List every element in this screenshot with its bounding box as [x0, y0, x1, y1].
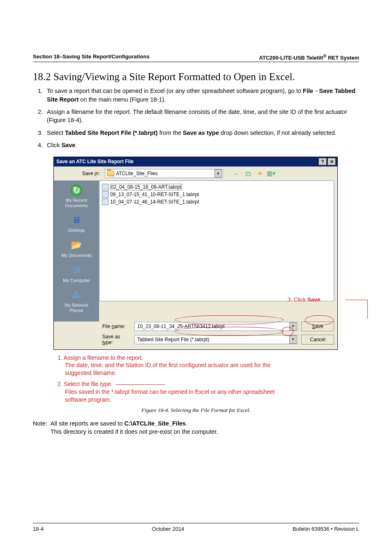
places-bar: ↻ My Recent Documents 🖥 Desktop 📂 My Doc…: [54, 180, 99, 321]
place-mynetwork[interactable]: 🖧 My Network Places: [65, 289, 88, 313]
place-desktop-label: Desktop: [68, 228, 85, 233]
header-right-system: RET System: [327, 55, 359, 61]
step-1-file: File: [303, 88, 313, 94]
save-btn-post: ave: [315, 324, 323, 329]
chevron-down-icon[interactable]: ▼: [289, 322, 297, 331]
anno-2-body: Files saved in the *.tabrpt format can b…: [65, 388, 295, 404]
chevron-down-icon[interactable]: ▼: [214, 169, 222, 178]
filename-label-post: ame:: [114, 324, 125, 329]
place-recent-label: My Recent Documents: [65, 198, 88, 208]
mycomputer-icon: 🖳: [69, 264, 83, 276]
filename-label: File name:: [102, 324, 131, 329]
view-menu-icon[interactable]: ▦▾: [267, 170, 275, 177]
step-4: Click Save.: [44, 141, 359, 149]
savetype-label-pre: Save as: [102, 334, 120, 340]
step-3-b: Tabbed Site Report File (*.tabrpt): [65, 130, 157, 136]
figure-caption: Figure 18-4. Selecting the File Format f…: [33, 407, 359, 414]
step-1-text-a: To save a report that can be opened in E…: [47, 88, 303, 94]
file-icon: [102, 191, 108, 198]
filename-value: 10_23_08-11_34_25-ART563412.tabrpt: [137, 324, 225, 329]
place-recent[interactable]: ↻ My Recent Documents: [65, 185, 88, 208]
annotation-block: 1. Assign a filename to the report. The …: [58, 354, 359, 404]
step-3-a: Select: [47, 130, 65, 136]
note-path: C:\ATCLite_Site_Files: [124, 420, 186, 427]
new-folder-icon[interactable]: ✳: [256, 170, 263, 177]
step-3: Select Tabbed Site Report File (*.tabrpt…: [44, 129, 359, 137]
folder-icon: [107, 171, 114, 176]
filename-label-pre: File: [102, 324, 112, 329]
place-mydocs[interactable]: 📂 My Documents: [61, 239, 91, 258]
arrow-icon: →: [313, 88, 319, 94]
save-dialog: Save an ATC Lite Site Report File ? ✕ Sa…: [53, 157, 338, 349]
savetype-label-post: ype:: [104, 340, 113, 345]
savetype-value: Tabbed Site Report File (*.tabrpt): [137, 337, 209, 342]
step-3-c: from the: [158, 130, 183, 136]
anno-save-leader: [345, 300, 368, 319]
registered-icon: ®: [323, 53, 327, 58]
dialog-container: Save an ATC Lite Site Report File ? ✕ Sa…: [53, 157, 337, 349]
footer-right: Bulletin 639536 • Revision L: [293, 526, 359, 532]
header-right-product: ATC200-LITE-USB Teletilt: [259, 55, 323, 61]
note-line1-c: .: [186, 420, 187, 427]
save-in-dropdown[interactable]: ATCLite_Site_Files ▼: [105, 169, 223, 178]
file-name: 09_13_07-15_41_10-RET-SITE_1.tabrpt: [110, 192, 199, 197]
note-line1-a: All site reports are saved to: [51, 420, 125, 427]
save-in-label: Save in:: [57, 171, 102, 176]
step-3-d: Save as type: [183, 130, 219, 136]
save-in-value: ATCLite_Site_Files: [116, 171, 158, 176]
page-footer: 18-4 October 2014 Bulletin 639536 • Revi…: [33, 523, 359, 532]
cancel-button[interactable]: Cancel: [301, 335, 334, 345]
step-1-text-d: on the main menu (Figure 18-1).: [78, 96, 166, 103]
place-mycomputer-label: My Computer: [63, 278, 90, 283]
back-icon[interactable]: ←: [233, 170, 240, 177]
anno-1-head: 1. Assign a filename to the report.: [58, 354, 143, 361]
note-line2: This directory is created if it does not…: [51, 428, 218, 435]
anno-2-leader: [116, 384, 165, 385]
list-item[interactable]: 10_04_07-12_46_14-RET-SITE_1.tabrpt: [102, 198, 331, 206]
list-item[interactable]: 09_13_07-15_41_10-RET-SITE_1.tabrpt: [102, 191, 331, 198]
list-item[interactable]: 02_04_08-15_16_09-ART.tabrpt: [102, 183, 331, 191]
anno-2-head: 2. Select the file type.: [58, 381, 113, 387]
file-list[interactable]: 02_04_08-15_16_09-ART.tabrpt 09_13_07-15…: [99, 180, 334, 301]
place-mynetwork-label: My Network Places: [65, 303, 88, 313]
mynetwork-icon: 🖧: [69, 289, 83, 301]
desktop-icon: 🖥: [69, 214, 83, 226]
place-mydocs-label: My Documents: [61, 253, 91, 258]
place-desktop[interactable]: 🖥 Desktop: [68, 214, 85, 233]
file-name: 02_04_08-15_16_09-ART.tabrpt: [110, 184, 182, 190]
header-rule: [33, 62, 359, 62]
step-3-e: drop down selection, if not already sele…: [219, 130, 337, 136]
footer-left: 18-4: [33, 526, 44, 532]
mydocs-icon: 📂: [69, 239, 83, 251]
footer-center: October 2014: [152, 526, 184, 532]
savetype-dropdown[interactable]: Tabbed Site Report File (*.tabrpt) ▼: [134, 335, 298, 344]
help-button[interactable]: ?: [318, 158, 327, 165]
place-mycomputer[interactable]: 🖳 My Computer: [63, 264, 90, 283]
file-name: 10_04_07-12_46_14-RET-SITE_1.tabrpt: [110, 199, 199, 205]
step-1: To save a report that can be opened in E…: [44, 87, 359, 104]
anno-1-body: The date, time, and the Station ID of th…: [65, 361, 295, 377]
file-icon: [102, 199, 108, 205]
step-4-c: .: [75, 142, 77, 148]
up-folder-icon[interactable]: ⮹: [244, 170, 252, 177]
note-block: Note: All site reports are saved to C:\A…: [33, 419, 359, 436]
file-icon: [102, 184, 108, 190]
chevron-down-icon[interactable]: ▼: [289, 335, 297, 344]
header-left: Section 18–Saving Site Report/Configurat…: [33, 53, 150, 61]
close-button[interactable]: ✕: [327, 158, 336, 165]
dialog-titlebar[interactable]: Save an ATC Lite Site Report File ? ✕: [54, 157, 337, 166]
save-button[interactable]: Save: [301, 321, 334, 331]
savetype-label: Save as type:: [102, 334, 131, 345]
anno-click-save: 3. Click Save.: [288, 296, 322, 303]
step-2: Assign a filename for the report. The de…: [44, 108, 359, 125]
note-label: Note:: [33, 420, 47, 427]
section-title: 18.2 Saving/Viewing a Site Report Format…: [33, 71, 359, 83]
recent-icon: ↻: [71, 185, 82, 196]
step-4-b: Save: [61, 142, 75, 148]
filename-input[interactable]: 10_23_08-11_34_25-ART563412.tabrpt ▼: [134, 322, 298, 331]
steps-list: To save a report that can be opened in E…: [33, 87, 359, 149]
dialog-title-text: Save an ATC Lite Site Report File: [56, 159, 134, 164]
step-4-a: Click: [47, 142, 61, 148]
header-right: ATC200-LITE-USB Teletilt® RET System: [259, 53, 359, 61]
